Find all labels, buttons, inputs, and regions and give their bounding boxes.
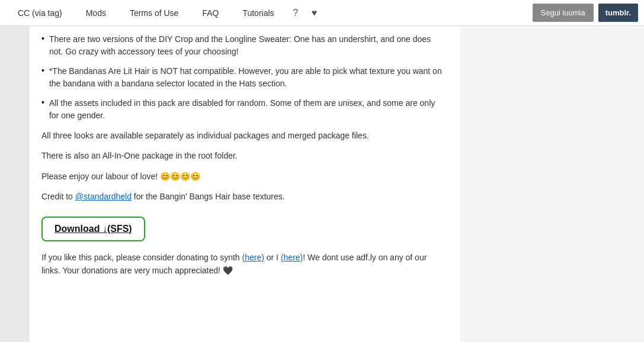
follow-button[interactable]: Segui luumia (533, 4, 594, 22)
credit-link[interactable]: @standardheld (75, 192, 132, 201)
left-sidebar (0, 26, 30, 342)
download-link[interactable]: Download ↓(SFS) (55, 224, 132, 234)
bullet-dot-2: • (41, 66, 44, 75)
nav-item-tutorials[interactable]: Tutorials (230, 0, 286, 26)
bullet-text-2: *The Bandanas Are Lit Hair is NOT hat co… (49, 65, 444, 90)
bullet-item-1: • There are two versions of the DIY Crop… (41, 33, 444, 58)
heart-nav-icon[interactable]: ♥ (305, 0, 324, 26)
credit-suffix: for the Bangin' Bangs Hair base textures… (132, 192, 285, 201)
paragraph-enjoy: Please enjoy our labour of love! 😊😊😊😊 (41, 170, 444, 183)
content-inner: • There are two versions of the DIY Crop… (41, 33, 444, 277)
main-content: • There are two versions of the DIY Crop… (30, 26, 460, 342)
nav-item-cc[interactable]: CC (via tag) (6, 0, 74, 26)
download-box[interactable]: Download ↓(SFS) (41, 217, 145, 241)
paragraph-1: All three looks are available separately… (41, 129, 444, 142)
credit-prefix: Credit to (41, 192, 75, 201)
paragraph-2: There is also an All-In-One package in t… (41, 149, 444, 162)
navbar-right: Segui luumia tumblr. (533, 4, 639, 22)
bullet-item-3: • All the assets included in this pack a… (41, 97, 444, 122)
tumblr-badge: tumblr. (598, 4, 638, 22)
nav-item-faq[interactable]: FAQ (190, 0, 230, 26)
help-icon[interactable]: ? (286, 0, 305, 26)
bullet-dot-1: • (41, 34, 44, 43)
bullet-dot-3: • (41, 98, 44, 107)
bullet-text-1: There are two versions of the DIY Crop a… (49, 33, 444, 58)
bullet-item-2: • *The Bandanas Are Lit Hair is NOT hat … (41, 65, 444, 90)
paragraph-credit: Credit to @standardheld for the Bangin' … (41, 190, 444, 203)
right-sidebar (460, 26, 644, 342)
paragraph-donate: If you like this pack, please consider d… (41, 251, 444, 278)
donate-here2-link[interactable]: (here) (281, 253, 303, 262)
nav-links: CC (via tag) Mods Terms of Use FAQ Tutor… (6, 0, 533, 26)
bullet-text-3: All the assets included in this pack are… (49, 97, 444, 122)
donate-middle: or I (264, 253, 281, 262)
donate-here1-link[interactable]: (here) (242, 253, 264, 262)
nav-item-terms[interactable]: Terms of Use (118, 0, 190, 26)
donate-prefix: If you like this pack, please consider d… (41, 253, 242, 262)
nav-item-mods[interactable]: Mods (74, 0, 118, 26)
navbar: CC (via tag) Mods Terms of Use FAQ Tutor… (0, 0, 644, 26)
